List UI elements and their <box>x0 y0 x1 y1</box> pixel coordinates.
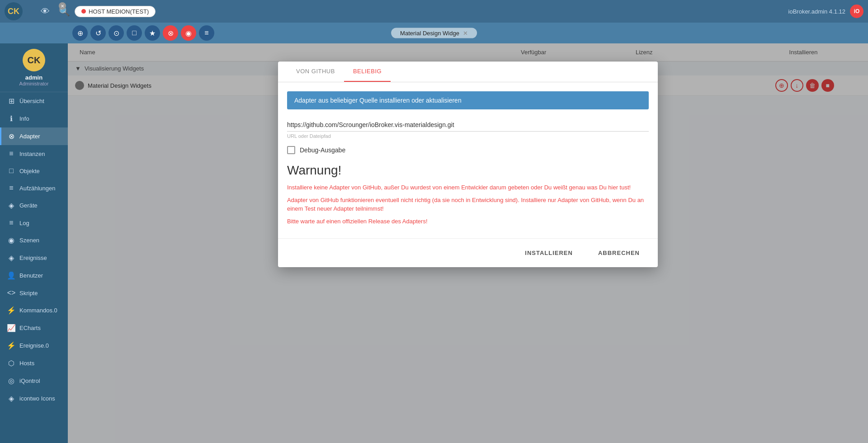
sidebar-item-ereignisse[interactable]: ◈ Ereignisse <box>0 249 68 267</box>
logo: CK <box>5 2 23 20</box>
topbar-right: ioBroker.admin 4.1.12 iO <box>788 5 863 18</box>
sidebar-label-kommandos: Kommandos.0 <box>19 307 57 314</box>
sidebar-item-icontwo[interactable]: ◈ icontwo Icons <box>0 390 68 407</box>
host-status-dot <box>81 9 86 14</box>
sidebar-item-skripte[interactable]: <> Skripte <box>0 284 68 302</box>
sidebar-label-adapter: Adapter <box>19 133 40 140</box>
tab-title: Material Design Widge <box>400 30 459 37</box>
iobroker-logo: iO <box>850 5 863 18</box>
sidebar-user-section: CK admin Administrator <box>0 43 68 92</box>
modal-banner: Adapter aus beliebiger Quelle installier… <box>287 91 649 109</box>
warning-text-2: Adapter von GitHub funktionieren eventue… <box>287 196 649 213</box>
install-button[interactable]: INSTALLIEREN <box>516 246 582 260</box>
sidebar-label-skripte: Skripte <box>19 290 38 297</box>
sidebar: CK admin Administrator ⊞ Übersicht ℹ Inf… <box>0 43 68 443</box>
user-info-text: ioBroker.admin 4.1.12 <box>788 8 845 15</box>
sidebar-item-instanzen[interactable]: ≡ Instanzen <box>0 145 68 162</box>
sidebar-username: admin <box>5 74 63 81</box>
sidebar-item-ubersicht[interactable]: ⊞ Übersicht <box>0 92 68 110</box>
toolbar-btn-7[interactable]: ◉ <box>181 25 196 41</box>
topbar-icons: 👁 🔍 <box>41 6 70 17</box>
close-window-button[interactable]: ✕ <box>59 2 66 9</box>
debug-checkbox-row: Debug-Ausgabe <box>287 146 649 154</box>
skripte-icon: <> <box>7 289 16 297</box>
topbar: CK ✕ 👁 🔍 HOST MEDION(TEST) ioBroker.admi… <box>0 0 868 23</box>
eye-icon[interactable]: 👁 <box>41 6 50 17</box>
toolbar-btn-4[interactable]: □ <box>127 25 142 41</box>
sidebar-label-ereignisse: Ereignisse <box>19 254 47 261</box>
sidebar-label-gerate: Geräte <box>19 202 38 209</box>
sidebar-label-info: Info <box>19 115 29 122</box>
sidebar-label-echarts: ECharts <box>19 325 41 331</box>
debug-checkbox-label: Debug-Ausgabe <box>300 146 345 154</box>
sidebar-item-ereignise0[interactable]: ⚡ Ereignise.0 <box>0 337 68 354</box>
host-label: HOST MEDION(TEST) <box>89 8 149 15</box>
echarts-icon: 📈 <box>7 324 16 332</box>
toolbar-btn-3[interactable]: ⊙ <box>108 25 124 41</box>
sidebar-label-ubersicht: Übersicht <box>19 98 44 104</box>
warning-text-1: Installiere keine Adapter von GitHub, au… <box>287 183 649 192</box>
toolbar-btn-8[interactable]: ≡ <box>199 25 214 41</box>
szenen-icon: ◉ <box>7 236 16 245</box>
toolbar: ⊕ ↺ ⊙ □ ★ ⊗ ◉ ≡ Material Design Widge ✕ <box>0 23 868 43</box>
sidebar-item-hosts[interactable]: ⬡ Hosts <box>0 354 68 372</box>
hosts-icon: ⬡ <box>7 359 16 368</box>
toolbar-btn-5[interactable]: ★ <box>145 25 160 41</box>
sidebar-label-benutzer: Benutzer <box>19 272 43 279</box>
content-area: Name Verfügbar Lizenz Installieren ▼ Vis… <box>68 43 868 443</box>
main-layout: CK admin Administrator ⊞ Übersicht ℹ Inf… <box>0 43 868 443</box>
modal-overlay: VON GITHUB BELIEBIG Adapter aus beliebig… <box>68 43 868 443</box>
toolbar-btn-6[interactable]: ⊗ <box>163 25 178 41</box>
sidebar-label-szenen: Szenen <box>19 237 39 244</box>
gerate-icon: ◈ <box>7 201 16 210</box>
sidebar-label-icontwo: icontwo Icons <box>19 395 55 402</box>
warning-title: Warnung! <box>287 163 649 178</box>
sidebar-item-gerate[interactable]: ◈ Geräte <box>0 197 68 214</box>
modal-footer: INSTALLIEREN ABBRECHEN <box>278 238 658 267</box>
sidebar-item-echarts[interactable]: 📈 ECharts <box>0 319 68 337</box>
kommandos-icon: ⚡ <box>7 306 16 315</box>
aufzahlungen-icon: ≡ <box>7 184 16 192</box>
url-input[interactable] <box>287 118 649 132</box>
debug-checkbox[interactable] <box>287 146 295 154</box>
sidebar-label-log: Log <box>19 220 29 226</box>
sidebar-item-szenen[interactable]: ◉ Szenen <box>0 231 68 249</box>
sidebar-label-iqontrol: iQontrol <box>19 377 40 384</box>
sidebar-role: Administrator <box>5 81 63 86</box>
warning-text-3: Bitte warte auf einen offiziellen Releas… <box>287 217 649 226</box>
ereignisse-icon: ◈ <box>7 254 16 262</box>
iqontrol-icon: ◎ <box>7 377 16 385</box>
sidebar-item-adapter[interactable]: ⊗ Adapter <box>0 127 68 145</box>
active-tab[interactable]: Material Design Widge ✕ <box>391 28 477 38</box>
tab-close-icon[interactable]: ✕ <box>463 30 468 37</box>
sidebar-item-benutzer[interactable]: 👤 Benutzer <box>0 267 68 284</box>
sidebar-item-aufzahlungen[interactable]: ≡ Aufzählungen <box>0 179 68 197</box>
adapter-icon: ⊗ <box>7 132 16 141</box>
benutzer-icon: 👤 <box>7 271 16 280</box>
modal-dialog: VON GITHUB BELIEBIG Adapter aus beliebig… <box>278 61 658 267</box>
info-icon: ℹ <box>7 114 16 123</box>
log-icon: ≡ <box>7 219 16 227</box>
icontwo-icon: ◈ <box>7 394 16 403</box>
grid-icon: ⊞ <box>7 97 16 105</box>
tab-von-github[interactable]: VON GITHUB <box>287 61 344 82</box>
sidebar-label-aufzahlungen: Aufzählungen <box>19 185 56 192</box>
sidebar-label-hosts: Hosts <box>19 360 34 367</box>
host-badge[interactable]: HOST MEDION(TEST) <box>75 6 156 17</box>
sidebar-item-objekte[interactable]: □ Objekte <box>0 162 68 179</box>
sidebar-label-objekte: Objekte <box>19 168 40 174</box>
cancel-button[interactable]: ABBRECHEN <box>589 246 649 260</box>
avatar: CK <box>23 49 45 71</box>
tab-beliebig[interactable]: BELIEBIG <box>344 61 391 82</box>
modal-tabs: VON GITHUB BELIEBIG <box>278 61 658 82</box>
toolbar-btn-2[interactable]: ↺ <box>90 25 106 41</box>
ereignise0-icon: ⚡ <box>7 341 16 350</box>
modal-body: Adapter aus beliebiger Quelle installier… <box>278 82 658 238</box>
sidebar-item-log[interactable]: ≡ Log <box>0 214 68 231</box>
sidebar-item-info[interactable]: ℹ Info <box>0 110 68 127</box>
instanzen-icon: ≡ <box>7 150 16 158</box>
sidebar-item-iqontrol[interactable]: ◎ iQontrol <box>0 372 68 390</box>
objekte-icon: □ <box>7 167 16 175</box>
sidebar-item-kommandos[interactable]: ⚡ Kommandos.0 <box>0 302 68 319</box>
toolbar-btn-1[interactable]: ⊕ <box>72 25 88 41</box>
